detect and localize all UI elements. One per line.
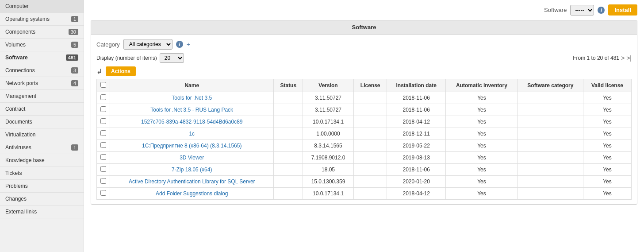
row-checkbox-cell (97, 116, 110, 128)
row-installation-date: 2018-11-06 (387, 164, 446, 176)
row-installation-date: 2018-11-06 (387, 104, 446, 116)
category-dropdown[interactable]: All categories (123, 39, 172, 50)
sidebar-item-problems[interactable]: Problems (0, 180, 84, 193)
sidebar-item-label: Documents (5, 119, 32, 125)
row-name: 7-Zip 18.05 (x64) (110, 164, 274, 176)
software-name-link[interactable]: 3D Viewer (180, 155, 204, 161)
sidebar-item-computer[interactable]: Computer (0, 0, 84, 13)
row-checkbox[interactable] (100, 154, 106, 160)
row-installation-date: 2019-05-22 (387, 140, 446, 152)
software-name-link[interactable]: Tools for .Net 3.5 (172, 95, 212, 101)
row-status (274, 104, 303, 116)
next-page-icon[interactable]: > (621, 54, 625, 62)
install-button[interactable]: Install (608, 4, 637, 16)
sidebar-item-changes[interactable]: Changes (0, 193, 84, 205)
row-checkbox-cell (97, 140, 110, 152)
software-name-link[interactable]: Add Folder Suggestions dialog (156, 190, 228, 197)
table-row: Add Folder Suggestions dialog10.0.17134.… (97, 188, 632, 200)
sidebar-item-management[interactable]: Management (0, 90, 84, 103)
sidebar-item-antiviruses[interactable]: Antiviruses1 (0, 141, 84, 154)
software-dropdown-label: Software (544, 7, 567, 13)
software-name-link[interactable]: 1c (189, 131, 195, 137)
row-status (274, 116, 303, 128)
items-per-page-dropdown[interactable]: 20 50 100 (160, 53, 184, 63)
row-checkbox[interactable] (100, 190, 106, 196)
sidebar-item-components[interactable]: Components30 (0, 26, 84, 39)
th-installation-date: Installation date (387, 79, 446, 92)
row-automatic-inventory: Yes (446, 164, 518, 176)
sidebar-item-badge: 30 (69, 29, 78, 35)
table-row: 1527c705-839a-4832-9118-54d4Bd6a0c8910.0… (97, 116, 632, 128)
category-label: Category (96, 41, 120, 48)
sidebar-item-volumes[interactable]: Volumes5 (0, 39, 84, 51)
row-checkbox[interactable] (100, 142, 106, 148)
row-license (353, 176, 387, 188)
row-status (274, 92, 303, 104)
software-name-link[interactable]: 1527c705-839a-4832-9118-54d4Bd6a0c89 (141, 119, 243, 125)
sidebar-item-virtualization[interactable]: Virtualization (0, 128, 84, 141)
software-name-link[interactable]: Tools for .Net 3.5 - RUS Lang Pack (150, 107, 233, 113)
software-name-link[interactable]: Active Directory Authentication Library … (129, 178, 255, 185)
software-name-link[interactable]: 7-Zip 18.05 (x64) (172, 167, 212, 173)
table-row: 3D Viewer7.1908.9012.02019-08-13YesYes (97, 152, 632, 164)
row-checkbox[interactable] (100, 106, 106, 112)
last-page-icon[interactable]: >| (626, 54, 632, 62)
row-name: 1c (110, 128, 274, 140)
row-checkbox[interactable] (100, 166, 106, 172)
sidebar-item-badge: 481 (66, 54, 78, 61)
sidebar-item-tickets[interactable]: Tickets (0, 167, 84, 180)
row-status (274, 152, 303, 164)
sidebar-item-network-ports[interactable]: Network ports4 (0, 77, 84, 90)
row-checkbox[interactable] (100, 130, 106, 136)
table-row: 1С:Предприятие 8 (x86-64) (8.3.14.1565)8… (97, 140, 632, 152)
software-name-link[interactable]: 1С:Предприятие 8 (x86-64) (8.3.14.1565) (142, 143, 242, 149)
main-content: Software ----- i Install Software Catego… (84, 0, 644, 252)
row-version: 8.3.14.1565 (303, 140, 354, 152)
row-automatic-inventory: Yes (446, 92, 518, 104)
row-checkbox[interactable] (100, 178, 106, 184)
row-installation-date: 2018-04-12 (387, 188, 446, 200)
add-category-icon[interactable]: + (187, 41, 190, 48)
row-checkbox-cell (97, 188, 110, 200)
row-checkbox[interactable] (100, 94, 106, 100)
sidebar-item-documents[interactable]: Documents (0, 116, 84, 128)
sidebar-item-software[interactable]: Software481 (0, 51, 84, 64)
row-version: 10.0.17134.1 (303, 188, 354, 200)
category-info-icon[interactable]: i (176, 41, 183, 48)
software-dropdown[interactable]: ----- (570, 5, 594, 16)
display-left: Display (number of items) 20 50 100 (96, 53, 184, 63)
row-automatic-inventory: Yes (446, 140, 518, 152)
sidebar-item-label: Network ports (5, 80, 38, 86)
row-installation-date: 2020-01-20 (387, 176, 446, 188)
sidebar-item-operating-systems[interactable]: Operating systems1 (0, 13, 84, 26)
th-name: Name (110, 79, 274, 92)
sidebar-item-connections[interactable]: Connections3 (0, 64, 84, 77)
table-row: 7-Zip 18.05 (x64)18.052018-11-06YesYes (97, 164, 632, 176)
row-checkbox[interactable] (100, 118, 106, 124)
software-panel: Software Category All categories i + Dis… (91, 20, 637, 205)
sidebar-item-external-links[interactable]: External links (0, 205, 84, 218)
select-arrow-icon: ↲ (96, 67, 102, 76)
row-name: Active Directory Authentication Library … (110, 176, 274, 188)
panel-title: Software (91, 20, 637, 35)
th-version: Version (303, 79, 354, 92)
row-software-category (518, 140, 583, 152)
row-version: 7.1908.9012.0 (303, 152, 354, 164)
th-automatic-inventory: Automatic inventory (446, 79, 518, 92)
info-icon[interactable]: i (598, 7, 605, 14)
row-software-category (518, 188, 583, 200)
row-version: 1.00.0000 (303, 128, 354, 140)
row-automatic-inventory: Yes (446, 128, 518, 140)
top-bar: Software ----- i Install (91, 4, 637, 16)
sidebar-item-knowledge-base[interactable]: Knowledge base (0, 154, 84, 167)
row-automatic-inventory: Yes (446, 116, 518, 128)
select-all-checkbox[interactable] (100, 82, 106, 88)
row-valid-license: Yes (583, 92, 631, 104)
sidebar-item-contract[interactable]: Contract (0, 103, 84, 116)
row-valid-license: Yes (583, 188, 631, 200)
sidebar-item-label: Contract (5, 106, 25, 112)
row-valid-license: Yes (583, 164, 631, 176)
actions-button[interactable]: Actions (106, 66, 136, 76)
row-installation-date: 2018-11-06 (387, 92, 446, 104)
row-installation-date: 2019-08-13 (387, 152, 446, 164)
